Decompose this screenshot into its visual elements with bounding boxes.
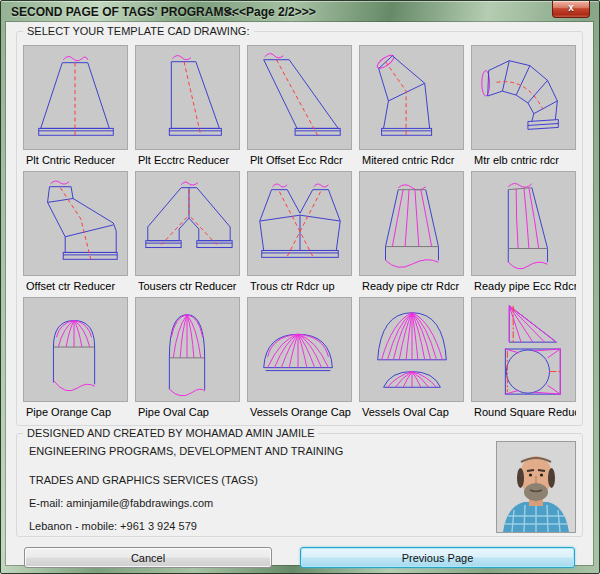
- template-mtr-elb-cntric-rdcr[interactable]: [471, 45, 576, 150]
- template-round-square-reducer[interactable]: [471, 297, 576, 402]
- dialog-button-row: Cancel Previous Page: [16, 547, 583, 568]
- template-cell: Vessels Oval Cap: [359, 297, 464, 423]
- template-label: Pipe Orange Cap: [23, 402, 128, 423]
- template-pipe-oval-cap[interactable]: [135, 297, 240, 402]
- about-line: ENGINEERING PROGRAMS, DEVELOPMENT AND TR…: [29, 445, 572, 457]
- template-offset-ctr-reducer[interactable]: [23, 171, 128, 276]
- template-label: Round Square Reducer: [471, 402, 576, 423]
- cancel-button[interactable]: Cancel: [24, 547, 272, 568]
- template-plt-ecctrc-reducer[interactable]: [135, 45, 240, 150]
- template-grid: Plt Cntric ReducerPlt Ecctrc ReducerPlt …: [23, 45, 576, 423]
- template-cell: Pipe Oval Cap: [135, 297, 240, 423]
- template-ready-pipe-ecc-rdcr[interactable]: [471, 171, 576, 276]
- template-plt-offset-ecc-rdcr[interactable]: [247, 45, 352, 150]
- template-trous-ctr-rdcr-up[interactable]: [247, 171, 352, 276]
- template-label: Ready pipe ctr Rdcr: [359, 276, 464, 297]
- template-mitered-cntric-rdcr[interactable]: [359, 45, 464, 150]
- template-cell: Mitered cntric Rdcr: [359, 45, 464, 171]
- portrait-image: [497, 442, 575, 532]
- template-cell: Offset ctr Reducer: [23, 171, 128, 297]
- close-icon: x: [568, 2, 574, 13]
- title-bar[interactable]: SECOND PAGE OF TAGS' PROGRAMS. <<<Page 2…: [1, 1, 599, 22]
- template-cell: Plt Offset Ecc Rdcr: [247, 45, 352, 171]
- about-line: E-mail: aminjamile@fabdrawings.com: [29, 497, 572, 509]
- template-label: Pipe Oval Cap: [135, 402, 240, 423]
- template-vessels-orange-cap[interactable]: [247, 297, 352, 402]
- template-plt-cntric-reducer[interactable]: [23, 45, 128, 150]
- template-label: Ready pipe Ecc Rdcr: [471, 276, 576, 297]
- author-photo: [496, 441, 576, 533]
- template-cell: Trous ctr Rdcr up: [247, 171, 352, 297]
- template-tousers-ctr-reducer[interactable]: [135, 171, 240, 276]
- template-cell: Mtr elb cntric rdcr: [471, 45, 576, 171]
- about-groupbox: DESIGNED AND CREATED BY MOHAMAD AMIN JAM…: [16, 433, 583, 537]
- about-line: Lebanon - mobile: +961 3 924 579: [29, 520, 572, 532]
- previous-page-button[interactable]: Previous Page: [300, 547, 575, 568]
- template-cell: Vessels Orange Cap: [247, 297, 352, 423]
- template-label: Tousers ctr Reducer: [135, 276, 240, 297]
- about-line: TRADES AND GRAPHICS SERVICES (TAGS): [29, 474, 572, 486]
- dialog-client-area: SELECT YOUR TEMPLATE CAD DRAWING: Plt Cn…: [6, 22, 593, 565]
- template-label: Plt Cntric Reducer: [23, 150, 128, 171]
- template-ready-pipe-ctr-rdcr[interactable]: [359, 171, 464, 276]
- template-label: Mitered cntric Rdcr: [359, 150, 464, 171]
- template-cell: Pipe Orange Cap: [23, 297, 128, 423]
- template-label: Plt Ecctrc Reducer: [135, 150, 240, 171]
- template-label: Offset ctr Reducer: [23, 276, 128, 297]
- template-label: Mtr elb cntric rdcr: [471, 150, 576, 171]
- template-cell: Tousers ctr Reducer: [135, 171, 240, 297]
- template-group-legend: SELECT YOUR TEMPLATE CAD DRAWING:: [23, 25, 254, 37]
- page-indicator: <<<Page 2/2>>>: [225, 5, 316, 19]
- template-pipe-orange-cap[interactable]: [23, 297, 128, 402]
- about-lines: ENGINEERING PROGRAMS, DEVELOPMENT AND TR…: [29, 445, 572, 532]
- template-cell: Plt Ecctrc Reducer: [135, 45, 240, 171]
- template-label: Vessels Orange Cap: [247, 402, 352, 423]
- template-cell: Round Square Reducer: [471, 297, 576, 423]
- window-title: SECOND PAGE OF TAGS' PROGRAMS.: [11, 5, 235, 19]
- template-cell: Ready pipe ctr Rdcr: [359, 171, 464, 297]
- template-cell: Ready pipe Ecc Rdcr: [471, 171, 576, 297]
- template-groupbox: SELECT YOUR TEMPLATE CAD DRAWING: Plt Cn…: [16, 31, 583, 426]
- template-vessels-oval-cap[interactable]: [359, 297, 464, 402]
- template-cell: Plt Cntric Reducer: [23, 45, 128, 171]
- about-group-legend: DESIGNED AND CREATED BY MOHAMAD AMIN JAM…: [23, 427, 318, 439]
- close-button[interactable]: x: [552, 1, 590, 18]
- template-label: Trous ctr Rdcr up: [247, 276, 352, 297]
- template-label: Plt Offset Ecc Rdcr: [247, 150, 352, 171]
- dialog-window: SECOND PAGE OF TAGS' PROGRAMS. <<<Page 2…: [0, 0, 600, 574]
- template-label: Vessels Oval Cap: [359, 402, 464, 423]
